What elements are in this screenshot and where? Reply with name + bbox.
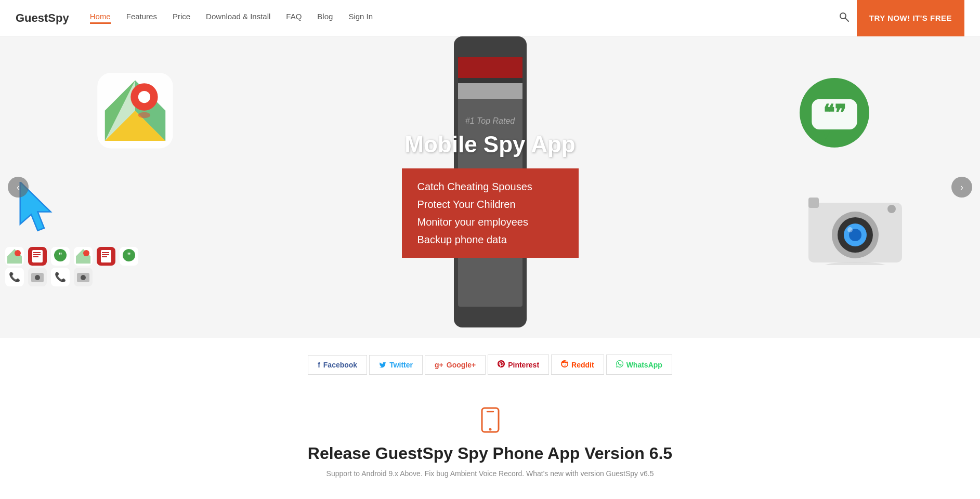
- svg-rect-34: [102, 256, 107, 257]
- svg-point-29: [83, 250, 89, 256]
- svg-rect-21: [33, 252, 41, 253]
- reddit-icon: [561, 360, 568, 369]
- svg-rect-6: [458, 83, 522, 99]
- svg-text:📞: 📞: [9, 271, 21, 283]
- mini-book2-icon: [97, 247, 115, 266]
- carousel-next-button[interactable]: ›: [951, 177, 972, 198]
- facebook-share-button[interactable]: f Facebook: [308, 355, 367, 375]
- nav-item-home[interactable]: Home: [90, 12, 111, 24]
- googleplus-share-button[interactable]: g+ Google+: [425, 355, 486, 375]
- svg-point-47: [81, 275, 86, 280]
- svg-point-14: [138, 112, 150, 119]
- mini-hangout2-icon: ": [120, 247, 138, 266]
- mini-cam-icon: [28, 268, 47, 286]
- bullet-4: Backup phone data: [417, 231, 563, 248]
- googleplus-icon: g+: [435, 361, 443, 369]
- googleplus-label: Google+: [447, 361, 476, 369]
- svg-text:📞: 📞: [55, 271, 67, 283]
- svg-rect-4: [458, 57, 522, 78]
- svg-point-64: [489, 428, 491, 431]
- svg-point-18: [15, 250, 21, 256]
- hero-right-icons: ❝❞: [798, 68, 980, 338]
- bullet-2: Protect Your Children: [417, 195, 563, 213]
- svg-rect-32: [102, 252, 109, 253]
- svg-rect-23: [33, 256, 38, 257]
- release-title: Release GuestSpy Spy Phone App Version 6…: [10, 444, 970, 463]
- mini-map-icon: [5, 247, 24, 266]
- svg-rect-22: [33, 254, 41, 255]
- svg-point-54: [887, 205, 896, 213]
- nav-item-faq[interactable]: FAQ: [286, 12, 302, 24]
- bullet-3: Monitor your employees: [417, 213, 563, 231]
- try-now-button[interactable]: TRY NOW! IT'S FREE: [857, 0, 964, 36]
- svg-rect-53: [808, 198, 819, 208]
- twitter-label: Twitter: [389, 361, 413, 369]
- svg-text:❝❞: ❝❞: [823, 101, 846, 125]
- social-share-bar: f Facebook Twitter g+ Google+ Pinterest …: [0, 338, 980, 386]
- navbar-right: TRY NOW! IT'S FREE: [839, 0, 964, 36]
- hero-red-box: Catch Cheating Spouses Protect Your Chil…: [402, 168, 579, 258]
- nav-link-blog[interactable]: Blog: [317, 12, 333, 21]
- mini-icons-row2: 📞 📞: [5, 268, 93, 286]
- nav-item-download[interactable]: Download & Install: [206, 12, 270, 24]
- nav-link-faq[interactable]: FAQ: [286, 12, 302, 21]
- nav-item-signin[interactable]: Sign In: [348, 12, 373, 24]
- brand-logo[interactable]: GuestSpy: [16, 11, 69, 25]
- nav-item-features[interactable]: Features: [126, 12, 157, 24]
- google-hangouts-icon: ❝❞: [793, 78, 876, 161]
- svg-text:": ": [59, 251, 62, 259]
- facebook-label: Facebook: [323, 361, 357, 369]
- whatsapp-share-button[interactable]: WhatsApp: [606, 354, 672, 375]
- mini-map2-icon: [74, 247, 93, 266]
- search-icon[interactable]: [839, 11, 849, 24]
- svg-text:": ": [127, 251, 131, 259]
- svg-point-59: [847, 227, 853, 232]
- nav-link-home[interactable]: Home: [90, 12, 111, 21]
- navbar: GuestSpy Home Features Price Download & …: [0, 0, 980, 36]
- nav-item-blog[interactable]: Blog: [317, 12, 333, 24]
- twitter-icon: [379, 361, 386, 369]
- nav-link-download[interactable]: Download & Install: [206, 12, 270, 21]
- release-description: Support to Android 9.x Above. Fix bug Am…: [10, 469, 970, 478]
- mini-icons-row: " ": [5, 247, 138, 266]
- mini-hangout-icon: ": [51, 247, 70, 266]
- whatsapp-label: WhatsApp: [626, 361, 662, 369]
- phone-section-icon: [10, 407, 970, 438]
- mini-phone-icon: 📞: [5, 268, 24, 286]
- pinterest-share-button[interactable]: Pinterest: [488, 354, 549, 375]
- pinterest-icon: [498, 360, 505, 369]
- hero-section: #1 Top Rated Mobile Spy App Catch Cheati…: [0, 36, 980, 338]
- nav-links: Home Features Price Download & Install F…: [90, 12, 839, 24]
- camera-icon: [803, 187, 907, 265]
- twitter-share-button[interactable]: Twitter: [369, 355, 423, 375]
- reddit-label: Reddit: [571, 361, 594, 369]
- mini-cam2-icon: [74, 268, 93, 286]
- mini-book-icon: [28, 247, 47, 266]
- hero-center: #1 Top Rated Mobile Spy App Catch Cheati…: [402, 116, 579, 258]
- bullet-1: Catch Cheating Spouses: [417, 178, 563, 195]
- nav-link-features[interactable]: Features: [126, 12, 157, 21]
- hero-title: Mobile Spy App: [402, 131, 579, 159]
- mini-phone2-icon: 📞: [51, 268, 70, 286]
- svg-rect-5: [458, 78, 522, 83]
- svg-line-1: [845, 18, 848, 21]
- reddit-share-button[interactable]: Reddit: [551, 354, 604, 375]
- nav-link-price[interactable]: Price: [173, 12, 190, 21]
- pinterest-label: Pinterest: [508, 361, 539, 369]
- facebook-icon: f: [318, 361, 320, 369]
- carousel-prev-button[interactable]: ‹: [8, 177, 29, 198]
- svg-point-13: [138, 91, 150, 103]
- svg-point-42: [35, 275, 40, 280]
- hero-badge: #1 Top Rated: [465, 116, 515, 126]
- release-section: Release GuestSpy Spy Phone App Version 6…: [0, 386, 980, 499]
- svg-rect-33: [102, 254, 109, 255]
- google-maps-icon: [94, 73, 177, 156]
- nav-item-price[interactable]: Price: [173, 12, 190, 24]
- nav-link-signin[interactable]: Sign In: [348, 12, 373, 21]
- whatsapp-icon: [616, 360, 623, 369]
